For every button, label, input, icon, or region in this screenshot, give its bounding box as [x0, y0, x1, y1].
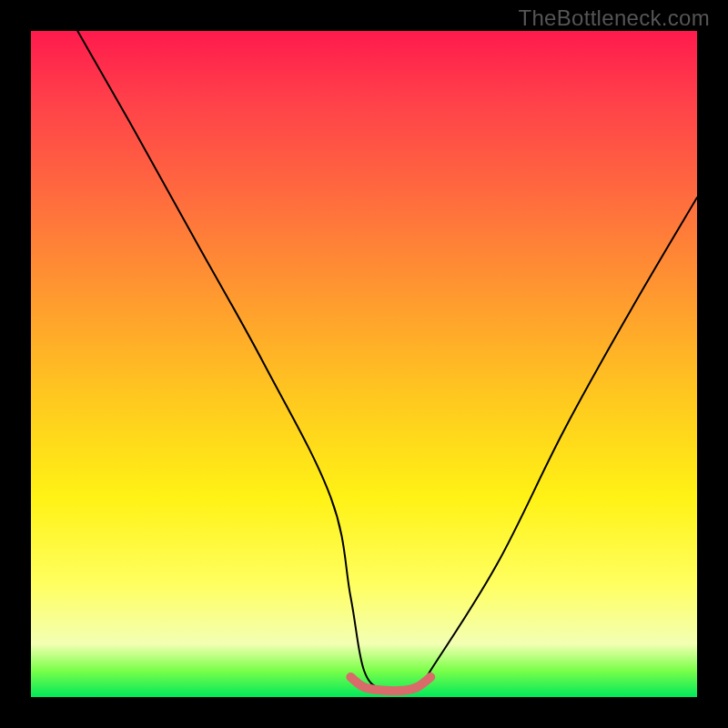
bottleneck-floor-path — [350, 677, 430, 691]
bottleneck-curve-path — [77, 31, 697, 692]
watermark-label: TheBottleneck.com — [518, 5, 710, 31]
curve-svg — [31, 31, 697, 697]
chart-frame: TheBottleneck.com — [0, 0, 728, 728]
plot-area — [31, 31, 697, 697]
